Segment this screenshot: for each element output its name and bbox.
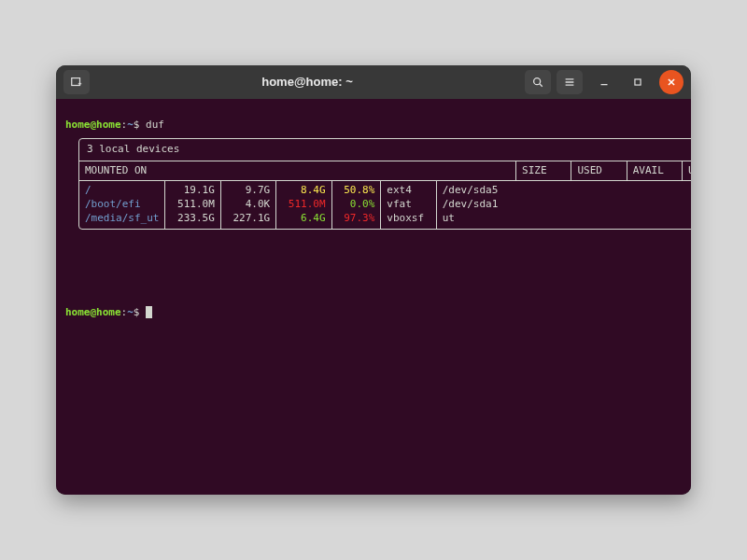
table-cell-size: 511.0M [165,198,220,212]
new-tab-icon [70,76,83,89]
maximize-icon [631,76,644,89]
table-cell-type: vfat [381,198,436,212]
prompt-user-host: home@home [65,306,121,318]
table-cell-used: 4.0K [220,198,275,212]
hamburger-icon [563,76,576,89]
duf-table: 3 local devicesMOUNTED ON SIZE USED AVAI… [78,138,691,230]
close-button[interactable] [659,70,684,94]
svg-rect-9 [635,79,641,85]
table-row: /media/sf_ut 233.5G 227.1G 6.4G 97.3%vbo… [79,212,516,229]
svg-point-3 [534,78,541,85]
table-cell-used: 227.1G [220,212,275,229]
table-cell-fs: /dev/sda1 [436,198,515,212]
close-icon [665,76,678,89]
table-cell-used: 9.7G [220,181,275,198]
prompt-user-host: home@home [65,119,121,131]
table-cell-mount: /boot/efi [79,198,165,212]
prompt-path: ~ [127,306,134,318]
table-cell-avail: 6.4G [276,212,331,229]
table-cell-avail: 8.4G [276,181,331,198]
column-header: USED [571,161,627,181]
table-cell-size: 233.5G [165,212,220,229]
entered-command: duf [146,119,164,131]
titlebar: home@home: ~ [56,65,691,99]
minimize-button[interactable] [592,70,616,94]
prompt-symbol: $ [134,119,140,131]
table-cell-fs: ut [436,212,515,229]
minimize-icon [598,76,611,89]
terminal-body[interactable]: home@home:~$ duf 3 local devicesMOUNTED … [56,99,691,495]
maximize-button[interactable] [626,70,650,94]
search-icon [531,76,544,89]
table-cell-mount: / [79,181,165,198]
new-tab-button[interactable] [63,70,90,94]
table-cell-use: 97.3% [331,212,381,229]
table-cell-use: 50.8% [331,181,381,198]
prompt-symbol: $ [134,306,140,318]
search-button[interactable] [525,70,551,94]
column-header: USE% [683,161,691,181]
duf-output: 3 local devicesMOUNTED ON SIZE USED AVAI… [65,133,682,293]
table-cell-avail: 511.0M [276,198,331,212]
table-cell-type: ext4 [381,181,436,198]
table-cell-use: 0.0% [331,198,381,212]
column-header: MOUNTED ON [79,161,516,181]
column-header: SIZE [516,161,571,181]
table-cell-type: vboxsf [381,212,436,229]
table-cell-mount: /media/sf_ut [79,212,165,229]
menu-button[interactable] [557,70,583,94]
cursor [146,306,152,318]
table-cell-fs: /dev/sda5 [436,181,515,198]
svg-line-4 [540,84,543,87]
prompt-path: ~ [127,119,134,131]
column-header: AVAIL [627,161,682,181]
window-title: home@home: ~ [95,74,519,91]
terminal-window: home@home: ~ home@home:~$ duf 3 local de… [56,65,691,495]
duf-table-title: 3 local devices [79,139,691,161]
table-row: /boot/efi 511.0M 4.0K 511.0M 0.0%vfat /d… [79,198,516,212]
table-row: / 19.1G 9.7G 8.4G 50.8%ext4 /dev/sda5 [79,181,516,198]
table-cell-size: 19.1G [165,181,220,198]
